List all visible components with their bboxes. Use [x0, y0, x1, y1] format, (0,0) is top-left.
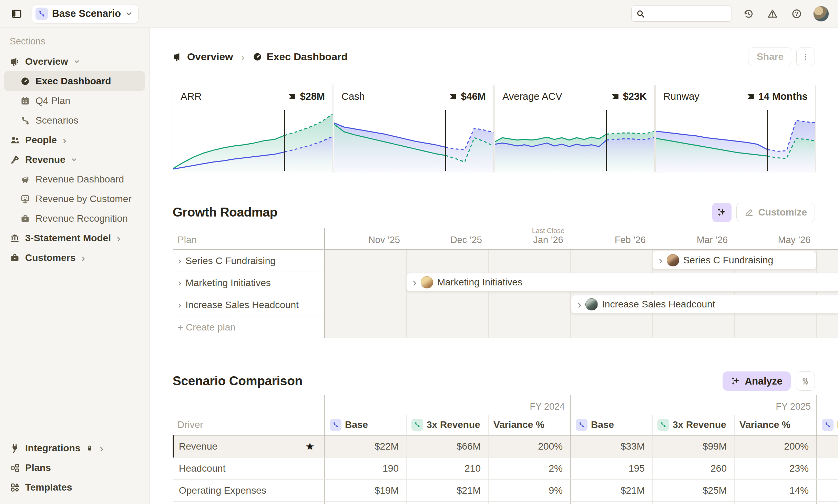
table-row-headcount[interactable]: Headcount 190 210 2% 195 260 23%	[173, 458, 838, 480]
sidebar-item-templates[interactable]: Templates	[4, 477, 145, 497]
gantt-bar-marketing[interactable]: › Marketing Initiatives	[406, 273, 838, 292]
sidebar-item-exec-dashboard[interactable]: Exec Dashboard	[4, 71, 145, 91]
search-box[interactable]	[631, 6, 732, 22]
breadcrumb-overview[interactable]: Overview	[173, 51, 233, 63]
scenario-comparison-table: FY 2024 FY 2025 Driver Base 3x Revenue V…	[173, 395, 838, 504]
page-header: Overview › Exec Dashboard Share	[173, 47, 815, 66]
sidebar-item-revenue-by-customer[interactable]: Revenue by Customer	[4, 189, 145, 209]
analyze-button[interactable]: Analyze	[723, 371, 791, 391]
briefcase-icon	[20, 213, 30, 224]
user-avatar[interactable]	[813, 6, 829, 22]
sidebar-item-revenue-dashboard[interactable]: Revenue Dashboard	[4, 169, 145, 189]
kpi-value: $23K	[611, 91, 647, 102]
breadcrumb: Overview › Exec Dashboard	[173, 51, 348, 63]
chevron-right-icon: ›	[241, 51, 244, 63]
owner-avatar	[667, 254, 679, 266]
sidebar-item-plans[interactable]: Plans	[4, 458, 145, 477]
plan-row-marketing[interactable]: › Marketing Initiatives	[173, 272, 324, 294]
fy-2025-label: FY 2025	[776, 401, 811, 412]
plan-timeline-divider	[324, 228, 325, 338]
column-base-fy25[interactable]: Base	[570, 415, 652, 435]
column-variance-fy24[interactable]: Variance %	[488, 415, 570, 435]
sidebar: Sections Overview Exec Dashboard Q4 Plan	[0, 28, 150, 504]
templates-icon	[10, 482, 20, 493]
comparison-settings-button[interactable]	[796, 371, 815, 391]
chevron-right-icon: ›	[178, 256, 181, 266]
sidebar-item-integrations[interactable]: Integrations ›	[4, 438, 145, 458]
gantt-header: Plan Nov ’25 Dec ’25 Last Close Jan ’26 …	[173, 228, 838, 250]
sidebar-item-q4-plan[interactable]: Q4 Plan	[4, 91, 145, 111]
kebab-icon	[801, 52, 810, 61]
arr-sparkline	[173, 107, 333, 173]
customize-button[interactable]: Customize	[736, 203, 815, 222]
kpi-card-cash: Cash $46M	[334, 84, 494, 173]
calendar-icon	[20, 96, 30, 106]
kpi-card-runway: Runway 14 Months	[655, 84, 816, 173]
more-options-button[interactable]	[796, 48, 815, 66]
search-icon	[636, 9, 645, 19]
plan-row-increase-sales[interactable]: › Increase Sales Headcount	[173, 294, 324, 316]
panel-left-icon	[11, 8, 22, 20]
sidebar-item-customers[interactable]: Customers ›	[4, 248, 145, 267]
column-base-fy24[interactable]: Base	[324, 415, 406, 435]
chevron-down-icon	[125, 10, 133, 18]
gantt-bar-increase-sales[interactable]: › Increase Sales Headcount	[571, 295, 838, 314]
main-content: Overview › Exec Dashboard Share	[150, 28, 838, 504]
ai-sparkle-button[interactable]	[712, 203, 732, 222]
kpi-value: $46M	[448, 91, 486, 102]
table-row-operating-expenses[interactable]: Operating Expenses $19M $21M 9% $21M $25…	[173, 480, 838, 502]
alert-icon	[767, 8, 778, 19]
kpi-cards: ARR $28M Cash $46M	[173, 84, 816, 173]
chevron-down-icon	[73, 58, 80, 65]
gauge-icon	[20, 76, 30, 86]
table-row-revenue[interactable]: Revenue ★ $22M $66M 200% $33M $99M 200%	[173, 435, 838, 458]
kpi-card-average-acv: Average ACV $23K	[494, 84, 655, 173]
plan-row-series-c[interactable]: › Series C Fundraising	[173, 250, 324, 272]
search-input[interactable]	[649, 8, 727, 19]
chevron-right-icon: ›	[178, 278, 181, 288]
column-3x-revenue-fy25[interactable]: 3x Revenue	[652, 415, 734, 435]
create-plan-button[interactable]: + Create plan	[173, 316, 324, 338]
table-row-partial	[173, 502, 838, 504]
help-button[interactable]: ?	[789, 6, 804, 21]
last-close-month: Last Close Jan ’26	[507, 228, 589, 249]
sidebar-footer: Integrations › Plans Templates	[4, 432, 145, 497]
sidebar-item-3-statement-model[interactable]: 3-Statement Model ›	[4, 228, 145, 248]
scenario-label: Base Scenario	[52, 8, 121, 19]
app-window: Base Scenario	[0, 0, 838, 504]
plug-icon	[10, 443, 20, 453]
column-3x-revenue-fy24[interactable]: 3x Revenue	[406, 415, 488, 435]
last-close-label: Last Close	[532, 228, 565, 234]
alerts-button[interactable]	[765, 6, 780, 21]
column-variance-fy25[interactable]: Variance %	[734, 415, 816, 435]
page-actions: Share	[748, 48, 815, 66]
milestone-flag-icon	[746, 92, 755, 101]
sidebar-item-overview[interactable]: Overview	[4, 52, 145, 71]
help-icon: ?	[791, 8, 802, 19]
share-button[interactable]: Share	[748, 48, 792, 66]
sections-label: Sections	[10, 36, 145, 47]
gantt-bar-series-c[interactable]: › Series C Fundraising	[652, 251, 816, 270]
chevron-right-icon: ›	[578, 299, 581, 310]
plans-icon	[10, 463, 20, 473]
chevron-right-icon: ›	[63, 135, 67, 146]
scenario-switcher[interactable]: Base Scenario	[32, 4, 139, 23]
history-icon	[743, 8, 754, 19]
growth-roadmap-gantt: Plan Nov ’25 Dec ’25 Last Close Jan ’26 …	[173, 228, 838, 338]
kpi-card-arr: ARR $28M	[173, 84, 333, 173]
section-title: Scenario Comparison	[173, 374, 303, 388]
sidebar-item-people[interactable]: People ›	[4, 130, 145, 150]
chevron-right-icon: ›	[659, 255, 663, 266]
sidebar-item-revenue-recognition[interactable]: Revenue Recognition	[4, 209, 145, 228]
sidebar-item-scenarios[interactable]: Scenarios	[4, 111, 145, 130]
section-title: Growth Roadmap	[173, 205, 277, 220]
kpi-value: 14 Months	[746, 91, 808, 102]
column-base-partial[interactable]: Base	[816, 415, 838, 435]
driver-column-header: Driver	[177, 419, 203, 430]
top-bar: Base Scenario	[0, 0, 838, 28]
history-button[interactable]	[741, 6, 756, 21]
sidebar-item-revenue[interactable]: Revenue	[4, 150, 145, 169]
star-icon[interactable]: ★	[305, 440, 315, 452]
sidebar-toggle-button[interactable]	[9, 6, 24, 21]
breadcrumb-exec-dashboard[interactable]: Exec Dashboard	[252, 51, 348, 63]
